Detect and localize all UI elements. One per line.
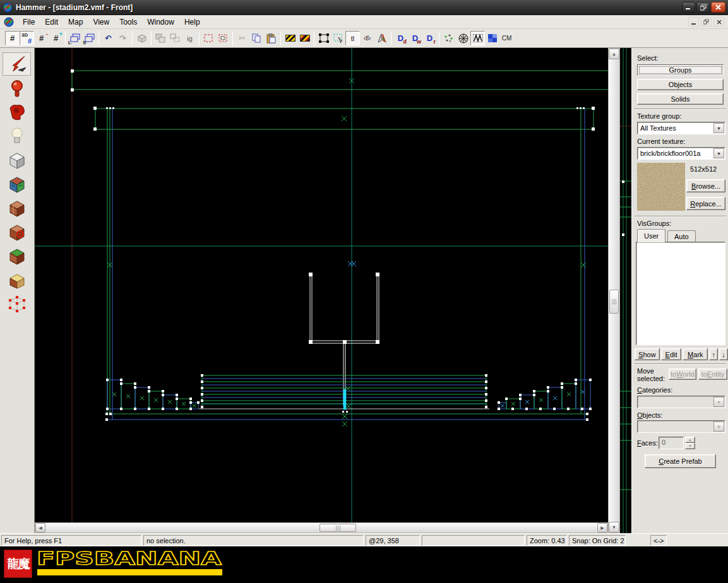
dropdown-arrow-icon: ▼ [713,421,724,432]
fpsbanana-title[interactable]: FPSBANANA [37,548,226,569]
cordon-edit-button[interactable] [283,31,297,45]
group-button[interactable] [153,31,168,45]
create-prefab-button[interactable]: Create Prefab [645,454,716,468]
fpsbanana-logo[interactable]: 龍魔 [4,550,32,578]
redo-button[interactable]: ↷ [116,31,130,45]
scroll-left-button[interactable]: ◀ [35,523,45,533]
paste-button[interactable] [264,31,278,45]
undo-button[interactable]: ↶ [101,31,116,45]
overlay-tool[interactable] [3,244,31,268]
carve-button[interactable] [134,31,149,45]
horizontal-scrollbar[interactable]: ◀ ▶ [35,522,608,533]
ignore-groups-button[interactable]: ig [182,31,197,45]
restore-button[interactable] [696,2,710,13]
to-entity-button[interactable]: toEntity [698,368,727,380]
ungroup-button[interactable] [168,31,182,45]
vertical-scrollbar[interactable]: ▲ ▼ [608,48,620,533]
mdi-minimize-button[interactable] [688,17,699,26]
visgroups-tab-user[interactable]: User [637,229,665,242]
replace-button[interactable]: Replace... [686,197,725,210]
toggle-grid-button[interactable]: # [5,31,20,45]
texture-group-dropdown[interactable]: All Textures ▼ [637,122,725,134]
scroll-up-button[interactable]: ▲ [609,49,619,59]
texture-lock-button[interactable]: tl [345,31,360,45]
dropdown-arrow-icon[interactable]: ▼ [713,148,724,158]
dropdown-arrow-icon[interactable]: ▼ [713,123,724,133]
to-world-button[interactable]: toWorld [669,368,696,380]
block-tool[interactable] [3,148,31,172]
toggle-3d-grid-button[interactable]: 3D # [20,31,34,45]
entity-tool[interactable] [3,124,31,148]
apply-current-texture-tool[interactable] [3,196,31,220]
visgroups-list[interactable] [636,242,725,345]
flip-button[interactable] [374,31,389,45]
status-selection: no selection. [143,535,364,546]
menu-edit[interactable]: Edit [40,16,63,28]
select-objects-button[interactable]: Objects [637,79,724,90]
texture-application-button[interactable] [470,31,485,45]
run-map-button[interactable] [456,31,470,45]
browse-button[interactable]: Browse... [686,179,725,192]
select-touching-button[interactable] [316,31,331,45]
texture-application-tool[interactable] [3,172,31,196]
color-mode-button[interactable]: CM [499,31,514,45]
vertical-scrollbar-thumb[interactable] [609,290,619,314]
menu-window[interactable]: Window [142,16,179,28]
mdi-close-button[interactable] [713,17,724,26]
visgroup-show-button[interactable]: Show [635,348,660,360]
viewport-canvas[interactable] [35,48,608,522]
smaller-grid-button[interactable]: #- [34,31,49,45]
faces-spinner[interactable]: ▲ ▼ [685,437,695,449]
select-groups-button[interactable]: Groups [637,64,724,76]
visgroup-edit-button[interactable]: Edit [661,348,682,360]
menu-file[interactable]: File [18,16,40,28]
cut-button[interactable]: ✂ [235,31,249,45]
disp-mask-solid-button[interactable]: Dd [393,31,408,45]
copy-button[interactable] [249,31,264,45]
disp-mask-walkable-button[interactable]: Dw [408,31,422,45]
horizontal-scrollbar-thumb[interactable] [319,524,356,532]
apply-current-texture-button[interactable] [485,31,499,45]
hide-selected-button[interactable] [201,31,216,45]
close-button[interactable] [711,2,725,13]
camera-tool[interactable] [3,100,31,124]
scroll-right-button[interactable]: ▶ [597,523,607,533]
spinner-down-icon[interactable]: ▼ [685,443,695,449]
save-window-state-button[interactable]: S [82,31,97,45]
mdi-restore-button[interactable] [701,17,712,26]
menu-tools[interactable]: Tools [114,16,142,28]
load-window-state-button[interactable]: L [68,31,82,45]
selection-tool[interactable] [3,52,31,76]
apply-decals-tool[interactable] [3,220,31,244]
title-bar[interactable]: Hammer - [stadium2.vmf - Front] [0,0,728,15]
visgroup-move-up-button[interactable]: ↑ [709,348,718,360]
select-solids-button[interactable]: Solids [637,93,724,105]
visgroup-mark-button[interactable]: Mark [683,348,708,360]
objects-dropdown[interactable]: ▼ [637,420,725,433]
visgroup-move-down-button[interactable]: ↓ [719,348,728,360]
magnify-tool[interactable] [3,76,31,100]
entity-report-button[interactable] [441,31,456,45]
apply-decals-tool-icon [7,223,27,242]
visgroups-tab-auto[interactable]: Auto [667,230,696,242]
menu-help[interactable]: Help [179,16,205,28]
vertex-tool[interactable] [3,292,31,315]
hide-unselected-icon [218,34,228,43]
hide-unselected-button[interactable] [216,31,230,45]
clipping-tool[interactable] [3,268,31,292]
current-texture-dropdown[interactable]: brick/brickfloor001a ▼ [637,147,725,160]
texture-scale-lock-button[interactable]: ‹tl› [360,31,374,45]
larger-grid-button[interactable]: #+ [49,31,63,45]
disp-mask-remove-button[interactable]: Dr [422,31,437,45]
hammer-editor-window: Hammer - [stadium2.vmf - Front] File Edi… [0,0,728,583]
menu-view[interactable]: View [88,16,114,28]
texture-group-value: All Textures [638,124,713,132]
menu-map[interactable]: Map [63,16,88,28]
cordon-toggle-button[interactable] [297,31,312,45]
faces-field[interactable]: 0 [659,437,684,449]
categories-dropdown[interactable]: ▼ [637,396,725,408]
select-enclosed-button[interactable] [331,31,345,45]
scroll-down-button[interactable]: ▼ [609,522,619,533]
minimize-button[interactable] [682,2,695,13]
spinner-up-icon[interactable]: ▲ [685,437,695,443]
